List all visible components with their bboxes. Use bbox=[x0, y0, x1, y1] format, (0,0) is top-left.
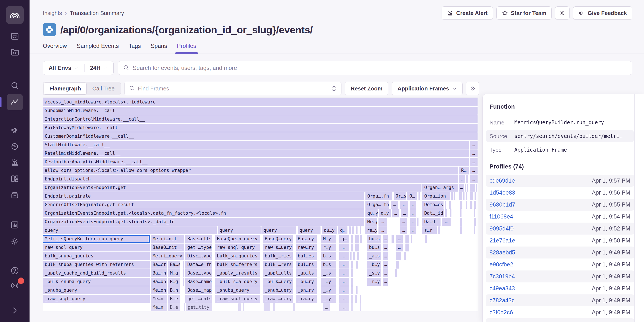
view-option-call-tree[interactable]: Call Tree bbox=[87, 82, 120, 94]
flamegraph-frame[interactable] bbox=[454, 192, 455, 200]
flamegraph-frame[interactable]: raw…ry bbox=[296, 244, 317, 252]
flamegraph-frame[interactable]: … bbox=[470, 149, 478, 157]
tab-tags[interactable]: Tags bbox=[128, 43, 141, 53]
flamegraph-frame[interactable] bbox=[463, 192, 464, 200]
flamegraph-frame[interactable]: Endpoint.dispatch bbox=[43, 175, 458, 183]
flamegraph-frame[interactable] bbox=[349, 226, 351, 234]
flamegraph-frame[interactable]: OrganizationEventsEndpoint.get bbox=[43, 184, 422, 192]
sidebar-item-stats[interactable] bbox=[7, 219, 23, 231]
flamegraph-frame[interactable] bbox=[474, 192, 476, 200]
frame-filter-dropdown[interactable]: Application Frames bbox=[392, 82, 462, 95]
flamegraph-frame[interactable]: query bbox=[298, 226, 321, 234]
sidebar-item-issues[interactable] bbox=[7, 30, 23, 43]
flamegraph-frame[interactable]: … bbox=[383, 252, 388, 260]
panel-scrollbar-track[interactable] bbox=[634, 94, 634, 322]
flamegraph-frame[interactable]: _bulk…uery bbox=[263, 278, 293, 286]
flamegraph-frame[interactable]: allow_cors_options.<locals>.allow_cors_o… bbox=[43, 167, 458, 174]
flamegraph-frame[interactable]: access_log_middleware.<locals>.middlewar… bbox=[43, 98, 478, 106]
flamegraph-frame[interactable]: q… bbox=[339, 235, 349, 243]
sidebar-item-whats-new[interactable] bbox=[7, 279, 23, 292]
flamegraph-frame[interactable]: _…y bbox=[321, 278, 336, 286]
flamegraph-frame[interactable]: _raw_…uery bbox=[263, 295, 293, 303]
sentry-logo-icon[interactable] bbox=[6, 6, 24, 24]
tab-spans[interactable]: Spans bbox=[150, 43, 167, 53]
flamegraph-frame[interactable]: … bbox=[442, 218, 450, 226]
flamegraph-frame[interactable]: s…r bbox=[422, 226, 437, 234]
flamegraph-frame[interactable] bbox=[465, 184, 466, 192]
flamegraph-frame[interactable]: Organ…_args bbox=[422, 184, 458, 192]
flamegraph-frame[interactable]: GenericOffsetPaginator.get_result bbox=[43, 201, 364, 209]
flamegraph-frame[interactable] bbox=[466, 175, 468, 183]
flamegraph-frame[interactable] bbox=[460, 226, 462, 234]
profile-link[interactable]: c3f0d2c6 bbox=[490, 309, 513, 316]
profile-link[interactable]: c782a43c bbox=[490, 297, 514, 304]
flamegraph-frame[interactable] bbox=[264, 304, 270, 311]
flamegraph-frame[interactable]: _ap…ts bbox=[296, 269, 317, 277]
flamegraph-frame[interactable]: … bbox=[383, 269, 388, 277]
flamegraph-frame[interactable]: Ba…mn bbox=[150, 269, 167, 277]
flamegraph-frame[interactable]: bulk_snuba_queries_with_referrers bbox=[43, 261, 150, 269]
flamegraph-frame[interactable]: Me…y bbox=[366, 218, 377, 226]
flamegraph-frame[interactable]: _appl…ults bbox=[263, 269, 293, 277]
flamegraph-frame[interactable]: … bbox=[410, 218, 416, 226]
flamegraph-frame[interactable] bbox=[438, 226, 440, 234]
flamegraph-frame[interactable] bbox=[474, 201, 476, 209]
flamegraph-frame[interactable]: Ba…ct bbox=[150, 261, 167, 269]
flamegraph-frame[interactable]: Metri…nit__ bbox=[150, 235, 184, 243]
flamegraph-frame[interactable] bbox=[360, 304, 361, 311]
flamegraph-frame[interactable]: B…n bbox=[168, 286, 180, 294]
profile-link[interactable]: 7c3019b4 bbox=[490, 273, 515, 280]
flamegraph-frame[interactable] bbox=[293, 304, 295, 311]
profile-link[interactable]: 1d54ee83 bbox=[490, 189, 515, 196]
flamegraph-frame[interactable]: _…s bbox=[321, 269, 336, 277]
flamegraph-frame[interactable]: Bas…ry bbox=[296, 235, 317, 243]
sidebar-item-explore[interactable] bbox=[7, 46, 23, 59]
flamegraph-frame[interactable] bbox=[392, 235, 394, 243]
flamegraph-frame[interactable]: raw_snql_query bbox=[43, 244, 150, 252]
flamegraph-frame[interactable]: Data…e_fn bbox=[185, 261, 212, 269]
info-icon[interactable] bbox=[331, 85, 337, 91]
flamegraph-frame[interactable]: qu…y bbox=[322, 226, 337, 234]
flamegraph-frame[interactable] bbox=[406, 244, 409, 252]
flamegraph-frame[interactable]: b…s bbox=[321, 252, 336, 260]
sidebar-item-releases[interactable] bbox=[7, 189, 23, 201]
flamegraph-frame[interactable] bbox=[470, 192, 473, 200]
flamegraph-frame[interactable]: IntegrationControlMiddleware.__call__ bbox=[43, 115, 478, 123]
flamegraph-frame[interactable] bbox=[351, 295, 353, 303]
flamegraph-frame[interactable]: _b…y bbox=[367, 261, 381, 269]
flamegraph-frame[interactable]: SubdomainMiddleware.__call__ bbox=[43, 107, 478, 115]
flamegraph-frame[interactable]: BaseQ…uery bbox=[263, 235, 293, 243]
flamegraph-frame[interactable]: BaseQ…nit__ bbox=[150, 244, 184, 252]
flamegraph-frame[interactable]: bul…rs bbox=[296, 261, 317, 269]
flamegraph-frame[interactable]: … bbox=[323, 304, 330, 311]
flamegraph-frame[interactable]: qu…y bbox=[366, 209, 378, 217]
find-frames-input[interactable] bbox=[138, 85, 328, 92]
flamegraph-frame[interactable]: … bbox=[470, 175, 478, 183]
flamegraph-frame[interactable]: … bbox=[401, 209, 408, 217]
flamegraph-frame[interactable] bbox=[351, 261, 353, 269]
flamegraph-frame[interactable] bbox=[350, 252, 352, 260]
flamegraph-frame[interactable]: _r…y bbox=[367, 278, 381, 286]
sidebar-item-expand-sidebar[interactable] bbox=[7, 304, 23, 317]
flamegraph-frame[interactable]: M…y bbox=[321, 235, 336, 243]
flamegraph-frame[interactable]: raw_s…uery bbox=[263, 244, 293, 252]
flamegraph-frame[interactable]: _s…y bbox=[367, 269, 381, 277]
flamegraph-frame[interactable]: _raw_snql_query bbox=[43, 295, 150, 303]
flamegraph-frame[interactable]: Base…_map bbox=[185, 286, 212, 294]
flamegraph-frame[interactable] bbox=[183, 261, 184, 269]
flamegraph-frame[interactable] bbox=[360, 235, 362, 243]
flamegraph-frame[interactable]: … bbox=[339, 244, 349, 252]
flamegraph-frame[interactable] bbox=[418, 192, 420, 200]
flamegraph-frame[interactable] bbox=[449, 201, 451, 209]
star-for-team-button[interactable]: Star for Team bbox=[496, 6, 552, 20]
sidebar-item-search[interactable] bbox=[7, 79, 23, 92]
flamegraph-frame[interactable]: … bbox=[383, 261, 388, 269]
flamegraph-frame[interactable]: Me…on bbox=[150, 286, 167, 294]
flamegraph-frame[interactable]: _snuba_query bbox=[215, 286, 260, 294]
flamegraph-frame[interactable]: Disc…type bbox=[185, 252, 212, 260]
flamegraph-frame[interactable]: _bulk_snuba_query bbox=[43, 278, 150, 286]
flamegraph-frame[interactable]: r…y bbox=[321, 244, 336, 252]
flamegraph-frame[interactable]: get_…type bbox=[185, 244, 212, 252]
flamegraph-frame[interactable]: Base…type bbox=[185, 269, 212, 277]
profile-link[interactable]: f11068e4 bbox=[490, 213, 513, 220]
